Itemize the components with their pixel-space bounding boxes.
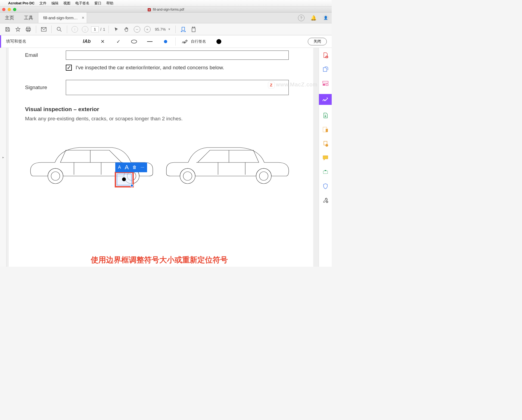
pdf-page[interactable]: Email ✓ I've inspected the car exterior/… — [9, 48, 313, 267]
help-icon[interactable]: ? — [298, 15, 304, 21]
main-toolbar: ↑ ↓ / 1 − + 95.7%▼ — [0, 23, 332, 35]
car-side-right — [164, 138, 294, 185]
print-production-icon[interactable] — [322, 168, 329, 175]
zoom-level[interactable]: 95.7%▼ — [153, 27, 172, 32]
close-window-button[interactable] — [2, 8, 5, 11]
instruction-caption: 使用边界框调整符号大小或重新定位符号 — [0, 255, 319, 265]
svg-point-9 — [48, 168, 63, 184]
svg-rect-20 — [326, 84, 328, 86]
window-title: ▲ fill-and-sign-forms.pdf — [0, 8, 332, 11]
inspection-checkbox[interactable]: ✓ — [66, 65, 72, 71]
tab-tools[interactable]: 工具 — [19, 12, 38, 23]
fill-sign-title: 填写和签名 — [6, 39, 26, 44]
tab-document[interactable]: fill-and-sign-form… ✕ — [38, 12, 87, 23]
fit-width-button[interactable] — [179, 25, 188, 34]
create-pdf-icon[interactable] — [322, 52, 329, 59]
svg-rect-18 — [323, 81, 328, 83]
account-avatar[interactable]: 👤 — [322, 15, 329, 21]
menu-edit[interactable]: 编辑 — [51, 1, 58, 6]
search-button[interactable] — [55, 25, 64, 34]
left-panel-toggle[interactable]: ▸ — [0, 48, 7, 267]
svg-point-23 — [325, 144, 328, 147]
svg-rect-19 — [323, 84, 325, 86]
notifications-icon[interactable]: 🔔 — [310, 15, 316, 21]
fit-page-button[interactable] — [189, 25, 198, 34]
print-button[interactable] — [24, 25, 33, 34]
svg-point-15 — [256, 168, 271, 184]
page-up-button[interactable]: ↑ — [70, 25, 79, 34]
svg-rect-5 — [182, 27, 185, 30]
star-button[interactable] — [14, 25, 22, 34]
svg-point-16 — [259, 172, 268, 180]
export-pdf-icon[interactable] — [322, 112, 329, 119]
maximize-window-button[interactable] — [13, 8, 16, 11]
decrease-size-button[interactable]: A — [118, 165, 121, 170]
color-indicator[interactable] — [216, 39, 221, 44]
page-indicator: / 1 — [91, 26, 105, 32]
combine-files-icon[interactable] — [322, 66, 329, 73]
page-total: 1 — [103, 27, 105, 32]
document-area[interactable]: Email ✓ I've inspected the car exterior/… — [7, 48, 319, 267]
x-mark-tool[interactable]: ✕ — [99, 38, 106, 45]
menu-window[interactable]: 窗口 — [94, 1, 101, 6]
tab-row: 主页 工具 fill-and-sign-form… ✕ ? 🔔 👤 — [0, 12, 332, 23]
window-controls — [2, 8, 16, 11]
organize-pages-icon[interactable] — [322, 80, 329, 87]
delete-annotation-button[interactable]: 🗑 — [132, 165, 137, 170]
watermark: Zwww.MacZ.com — [268, 82, 318, 88]
svg-point-10 — [51, 172, 60, 180]
inspection-text: I've inspected the car exterior/interior… — [76, 65, 224, 71]
right-tool-panel — [319, 48, 332, 267]
hand-tool[interactable] — [122, 25, 131, 34]
workspace: ▸ Email ✓ I've inspected the car exterio… — [0, 48, 332, 267]
fill-sign-toolbar: 填写和签名 IAb ✕ ✓ 自行签名 关闭 — [0, 35, 332, 48]
edit-pdf-icon[interactable] — [322, 126, 329, 133]
svg-point-4 — [57, 27, 60, 30]
line-tool[interactable] — [146, 38, 154, 45]
save-button[interactable] — [3, 25, 12, 34]
menu-help[interactable]: 帮助 — [106, 1, 113, 6]
svg-rect-2 — [27, 30, 30, 32]
tab-close-icon[interactable]: ✕ — [82, 16, 85, 20]
text-tool[interactable]: IAb — [83, 38, 91, 45]
annotation-selection-box[interactable] — [115, 172, 134, 187]
tab-home[interactable]: 主页 — [0, 12, 19, 23]
svg-point-13 — [180, 168, 195, 184]
svg-point-14 — [183, 172, 192, 180]
more-tools-icon[interactable] — [322, 197, 329, 204]
check-mark-tool[interactable]: ✓ — [114, 38, 122, 45]
email-field[interactable] — [66, 51, 289, 60]
signature-field[interactable] — [66, 80, 289, 95]
menu-file[interactable]: 文件 — [39, 1, 46, 6]
dot-tool[interactable] — [162, 38, 169, 45]
comment-icon[interactable] — [322, 154, 329, 161]
car-side-left — [25, 138, 156, 185]
more-options-button[interactable]: ··· — [141, 165, 144, 170]
select-tool[interactable] — [112, 25, 121, 34]
minimize-window-button[interactable] — [8, 8, 11, 11]
fill-sign-icon[interactable] — [319, 94, 332, 105]
page-number-input[interactable] — [91, 26, 99, 32]
zoom-in-button[interactable]: + — [143, 25, 152, 34]
svg-rect-6 — [192, 28, 195, 32]
circle-tool[interactable] — [130, 38, 138, 45]
email-button[interactable] — [39, 25, 48, 34]
menu-view[interactable]: 视图 — [63, 1, 70, 6]
dot-annotation[interactable] — [122, 177, 126, 181]
self-sign-button[interactable]: 自行签名 — [182, 39, 206, 44]
protect-icon[interactable] — [322, 183, 329, 190]
signature-label: Signature — [25, 84, 66, 90]
window-titlebar: ▲ fill-and-sign-forms.pdf — [0, 7, 332, 12]
close-button[interactable]: 关闭 — [308, 38, 327, 45]
signature-icon — [182, 39, 188, 44]
resize-handle[interactable] — [130, 184, 133, 187]
svg-rect-22 — [326, 129, 328, 132]
app-name[interactable]: Acrobat Pro DC — [8, 1, 35, 5]
menu-esign[interactable]: 电子签名 — [75, 1, 89, 6]
increase-size-button[interactable]: A — [125, 164, 129, 171]
stamp-icon[interactable] — [322, 140, 329, 147]
zoom-out-button[interactable]: − — [133, 25, 141, 34]
macos-menubar: Acrobat Pro DC 文件 编辑 视图 电子签名 窗口 帮助 — [0, 0, 332, 7]
page-down-button[interactable]: ↓ — [81, 25, 89, 34]
svg-point-7 — [131, 40, 137, 43]
